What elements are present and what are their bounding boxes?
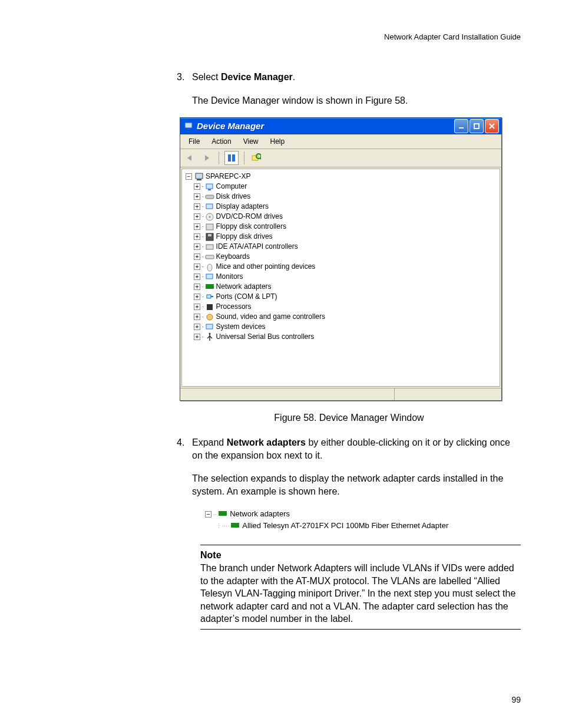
svg-point-29: [207, 314, 213, 320]
processor-icon: [205, 302, 214, 312]
tree-item[interactable]: +··Universal Serial Bus controllers: [186, 332, 498, 342]
tree-label: Sound, video and game controllers: [216, 312, 325, 322]
collapse-icon[interactable]: −: [186, 173, 192, 180]
expand-icon[interactable]: +: [194, 253, 200, 260]
tree-item[interactable]: +··System devices: [186, 322, 498, 332]
tree-label: Universal Serial Bus controllers: [216, 332, 315, 342]
tree-item[interactable]: +··IDE ATA/ATAPI controllers: [186, 242, 498, 252]
tree-item[interactable]: +··DVD/CD-ROM drives: [186, 212, 498, 222]
expand-icon[interactable]: +: [194, 324, 200, 330]
svg-rect-26: [206, 285, 214, 289]
expand-icon[interactable]: +: [194, 294, 200, 300]
close-button[interactable]: [485, 119, 499, 133]
scan-hardware-button[interactable]: [250, 151, 263, 164]
tree-item[interactable]: +··Monitors: [186, 272, 498, 282]
tree-item[interactable]: +··Keyboards: [186, 252, 498, 262]
menu-action[interactable]: Action: [206, 136, 237, 147]
svg-rect-30: [206, 324, 213, 329]
tree-label: System devices: [216, 322, 266, 332]
tree-item[interactable]: +··Processors: [186, 302, 498, 312]
expand-icon[interactable]: +: [194, 243, 200, 250]
mouse-icon: [205, 262, 214, 272]
svg-line-10: [260, 158, 261, 159]
device-tree[interactable]: − SPAREPC-XP +··Computer +··Disk drives …: [181, 169, 500, 387]
expand-icon[interactable]: +: [194, 263, 200, 270]
menu-file[interactable]: File: [183, 136, 206, 147]
tree-root-label: SPAREPC-XP: [206, 172, 250, 182]
tree-item[interactable]: +··Ports (COM & LPT): [186, 292, 498, 302]
svg-rect-14: [208, 189, 211, 190]
tree-label: Monitors: [216, 272, 243, 282]
tree-item[interactable]: +··Mice and other pointing devices: [186, 262, 498, 272]
snippet-root-label: Network adapters: [230, 508, 290, 520]
tree-item[interactable]: +··Disk drives: [186, 192, 498, 202]
network-adapters-expanded: −·· Network adapters ⋮···· Allied Telesy…: [205, 508, 521, 532]
tree-item[interactable]: +··Display adapters: [186, 202, 498, 212]
expand-icon[interactable]: +: [194, 183, 200, 190]
tree-connector: ··: [201, 332, 204, 342]
collapse-icon[interactable]: −: [205, 511, 211, 518]
window-title: Device Manager: [197, 120, 454, 132]
svg-rect-35: [231, 523, 239, 524]
floppy-drive-icon: [205, 232, 214, 242]
expand-icon[interactable]: +: [194, 334, 200, 340]
snippet-root-row[interactable]: −·· Network adapters: [205, 508, 521, 520]
tree-label: Floppy disk drives: [216, 232, 273, 242]
tree-root[interactable]: − SPAREPC-XP: [186, 172, 498, 182]
tree-label: Disk drives: [216, 192, 251, 202]
figure-caption: Figure 58. Device Manager Window: [177, 411, 521, 424]
svg-rect-0: [185, 123, 192, 128]
expand-icon[interactable]: +: [194, 314, 200, 320]
expand-icon[interactable]: +: [194, 284, 200, 290]
note-box: Note The branch under Network Adapters w…: [200, 545, 521, 630]
tree-connector: ··: [201, 222, 204, 232]
tree-connector: ··: [201, 262, 204, 272]
forward-button[interactable]: [200, 151, 213, 164]
tree-item[interactable]: +··Sound, video and game controllers: [186, 312, 498, 322]
expand-icon[interactable]: +: [194, 193, 200, 200]
expand-icon[interactable]: +: [194, 274, 200, 280]
device-manager-window: Device Manager File Action View Help: [180, 117, 502, 401]
maximize-button[interactable]: [470, 119, 484, 133]
svg-rect-34: [231, 524, 239, 528]
expand-icon[interactable]: +: [194, 223, 200, 230]
window-titlebar[interactable]: Device Manager: [180, 118, 501, 134]
tree-label: DVD/CD-ROM drives: [216, 212, 283, 222]
tree-item[interactable]: +··Network adapters: [186, 282, 498, 292]
menu-view[interactable]: View: [237, 136, 265, 147]
svg-rect-33: [219, 511, 227, 512]
tree-item[interactable]: +··Floppy disk drives: [186, 232, 498, 242]
system-icon: [205, 322, 214, 332]
tree-item[interactable]: +··Floppy disk controllers: [186, 222, 498, 232]
toolbar: [180, 149, 501, 167]
step4-bold: Network adapters: [227, 437, 306, 447]
window-icon: [184, 121, 193, 131]
expand-icon[interactable]: +: [194, 203, 200, 210]
properties-button[interactable]: [224, 151, 239, 165]
svg-rect-25: [206, 274, 213, 279]
step3-after: The Device Manager window is shown in Fi…: [192, 94, 521, 107]
status-pane-1: [180, 388, 395, 400]
display-icon: [205, 202, 214, 212]
back-button[interactable]: [184, 151, 197, 164]
step3-text: Select Device Manager.: [192, 71, 521, 84]
tree-connector: ··: [201, 232, 204, 242]
svg-rect-3: [474, 124, 479, 129]
sound-icon: [205, 312, 214, 322]
network-adapter-icon: [218, 509, 227, 519]
snippet-child-row[interactable]: ⋮···· Allied Telesyn AT-2701FX PCI 100Mb…: [205, 520, 521, 532]
expand-icon[interactable]: +: [194, 213, 200, 220]
tree-connector: ··: [201, 272, 204, 282]
tree-connector: ··: [213, 508, 217, 520]
monitor-icon: [205, 272, 214, 282]
expand-icon[interactable]: +: [194, 233, 200, 240]
svg-rect-19: [206, 224, 213, 230]
menu-help[interactable]: Help: [265, 136, 291, 147]
tree-label: Ports (COM & LPT): [216, 292, 277, 302]
tree-connector: ··: [201, 252, 204, 262]
svg-rect-7: [232, 154, 235, 162]
tree-label: Display adapters: [216, 202, 269, 212]
minimize-button[interactable]: [454, 119, 468, 133]
expand-icon[interactable]: +: [194, 304, 200, 310]
tree-item[interactable]: +··Computer: [186, 182, 498, 192]
